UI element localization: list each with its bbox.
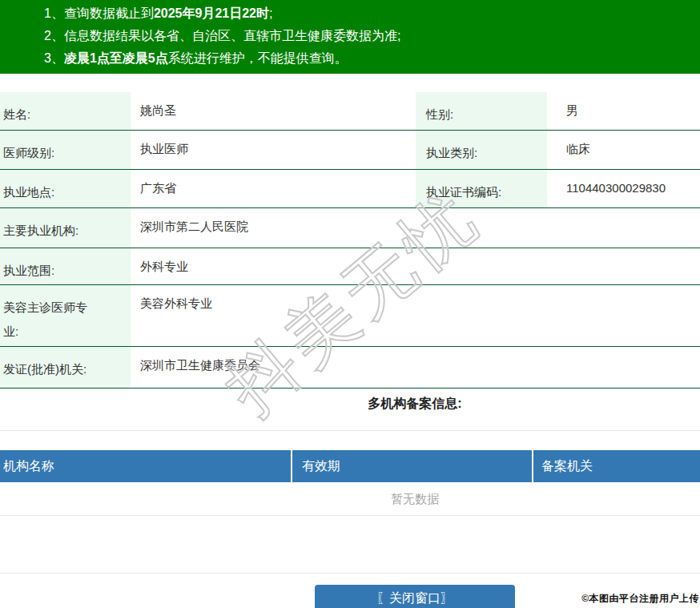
field-label-issuing-authority: 发证(批准)机关: bbox=[0, 347, 131, 388]
copyright-overlay: ©本图由平台注册用户上传 bbox=[581, 592, 699, 606]
spacer bbox=[0, 431, 700, 450]
field-label-text: 美容主诊医师专业: bbox=[3, 296, 93, 344]
field-label-practice-category: 执业类别: bbox=[416, 131, 547, 169]
field-label-cosmetic-specialty: 美容主诊医师专业: bbox=[0, 285, 131, 346]
notice-line-1: 1、查询数据截止到2025年9月21日22时; bbox=[0, 2, 700, 25]
notice-text-bold: 凌晨1点至凌晨5点 bbox=[64, 51, 168, 65]
table-row-cosmetic-specialty: 美容主诊医师专业: 美容外科专业 bbox=[0, 285, 700, 347]
doctor-info-table: 姓名: 姚尚圣 性别: 男 医师级别: 执业医师 执业类别: 临床 执业地点: … bbox=[0, 92, 700, 389]
field-value-cosmetic-specialty: 美容外科专业 bbox=[131, 296, 700, 312]
notice-text: ; bbox=[269, 6, 272, 20]
field-label-name: 姓名: bbox=[0, 92, 131, 130]
table-row-practice-scope: 执业范围: 外科专业 bbox=[0, 248, 700, 285]
field-value-practice-scope: 外科专业 bbox=[131, 259, 700, 275]
notice-number: 2、 bbox=[44, 25, 64, 47]
field-value-issuing-authority: 深圳市卫生健康委员会 bbox=[131, 357, 700, 373]
query-result-page: 1、查询数据截止到2025年9月21日22时; 2、信息数据结果以各省、自治区、… bbox=[0, 0, 700, 608]
field-value-main-institution: 深圳市第二人民医院 bbox=[131, 219, 700, 235]
field-label-license-number: 执业证书编码: bbox=[416, 170, 547, 207]
field-label-practice-location: 执业地点: bbox=[0, 170, 131, 207]
notice-number: 3、 bbox=[44, 47, 64, 70]
notice-line-2: 2、信息数据结果以各省、自治区、直辖市卫生健康委数据为准; bbox=[0, 25, 700, 47]
notice-line-3: 3、凌晨1点至凌晨5点系统进行维护，不能提供查询。 bbox=[0, 47, 700, 70]
notice-banner: 1、查询数据截止到2025年9月21日22时; 2、信息数据结果以各省、自治区、… bbox=[0, 0, 700, 74]
notice-text: 信息数据结果以各省、自治区、直辖市卫生健康委数据为准; bbox=[64, 29, 400, 42]
table-row-issuing-authority: 发证(批准)机关: 深圳市卫生健康委员会 bbox=[0, 347, 700, 389]
notice-text-bold: 2025年9月21日22时 bbox=[154, 6, 269, 20]
field-value-license-number: 110440300029830 bbox=[547, 180, 700, 196]
notice-text: 系统进行维护，不能提供查询。 bbox=[168, 51, 348, 65]
notice-text: 查询数据截止到 bbox=[64, 6, 154, 20]
filing-empty-state: 暂无数据 bbox=[0, 482, 700, 516]
column-header-valid-period: 有效期 bbox=[292, 450, 533, 482]
table-row-name-gender: 姓名: 姚尚圣 性别: 男 bbox=[0, 92, 700, 131]
field-value-practice-location: 广东省 bbox=[131, 180, 416, 196]
table-row-location-license: 执业地点: 广东省 执业证书编码: 110440300029830 bbox=[0, 170, 700, 208]
column-header-filing-authority: 备案机关 bbox=[533, 450, 700, 482]
field-value-name: 姚尚圣 bbox=[131, 103, 416, 119]
table-row-main-institution: 主要执业机构: 深圳市第二人民医院 bbox=[0, 208, 700, 248]
column-header-institution-name: 机构名称 bbox=[0, 450, 292, 482]
field-value-practice-category: 临床 bbox=[547, 141, 700, 157]
notice-number: 1、 bbox=[44, 2, 64, 25]
pager-space bbox=[0, 516, 700, 574]
filing-section-title: 多机构备案信息: bbox=[0, 389, 700, 431]
filing-table-header: 机构名称 有效期 备案机关 bbox=[0, 450, 700, 482]
field-value-doctor-level: 执业医师 bbox=[131, 141, 416, 157]
field-label-main-institution: 主要执业机构: bbox=[0, 208, 131, 248]
close-window-button[interactable]: 〖关闭窗口〗 bbox=[315, 585, 515, 608]
field-label-doctor-level: 医师级别: bbox=[0, 131, 131, 169]
table-row-level-category: 医师级别: 执业医师 执业类别: 临床 bbox=[0, 131, 700, 170]
field-value-gender: 男 bbox=[547, 103, 700, 119]
field-label-gender: 性别: bbox=[416, 92, 547, 130]
field-label-practice-scope: 执业范围: bbox=[0, 248, 131, 284]
